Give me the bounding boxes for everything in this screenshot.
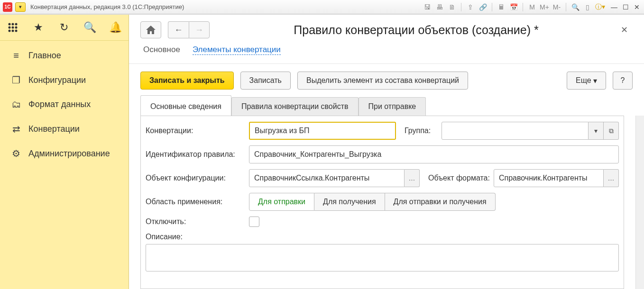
forward-button[interactable]: →: [189, 21, 210, 38]
save-close-button[interactable]: Записать и закрыть: [140, 72, 234, 90]
group-input[interactable]: [442, 122, 589, 140]
notifications-icon[interactable]: 🔔: [109, 20, 123, 35]
sidebar-item-label: Администрирование: [28, 149, 110, 159]
m-icon[interactable]: M: [527, 2, 537, 12]
sidebar-item-administration[interactable]: ⚙ Администрирование: [0, 141, 129, 166]
sidebar-item-data-format[interactable]: 🗂 Формат данных: [0, 92, 129, 117]
stack-icon: ❐: [10, 74, 22, 86]
panel-icon[interactable]: ▯: [582, 2, 593, 12]
app-logo: 1C: [3, 2, 12, 12]
apps-icon[interactable]: [6, 20, 20, 35]
svg-point-6: [9, 30, 11, 32]
list-icon: ≡: [10, 50, 22, 61]
subnav-main[interactable]: Основное: [143, 45, 180, 55]
conversions-input[interactable]: [249, 122, 396, 140]
scope-receive[interactable]: Для получения: [314, 193, 385, 211]
print-icon[interactable]: 🖶: [434, 2, 445, 12]
swap-icon: ⇄: [10, 123, 22, 135]
tab-main-info[interactable]: Основные сведения: [140, 95, 231, 116]
tab-property-rules[interactable]: Правила конвертации свойств: [231, 97, 359, 116]
label-conversions: Конвертации:: [146, 126, 245, 135]
toolbar-icons: 🖫 🖶 🗎 ⇪ 🔗 🖩 📅 M M+ M- 🔍 ▯ ⓘ▾: [422, 2, 605, 12]
calc-icon[interactable]: 🖩: [496, 2, 506, 12]
zoom-icon[interactable]: 🔍: [570, 2, 580, 12]
calendar-icon[interactable]: 📅: [508, 2, 519, 12]
sidebar-item-label: Формат данных: [28, 99, 91, 109]
svg-point-8: [15, 30, 18, 32]
more-button[interactable]: Еще ▾: [567, 72, 606, 90]
svg-point-7: [12, 30, 14, 32]
close-page-button[interactable]: ✕: [616, 23, 633, 37]
m-plus-icon[interactable]: M+: [539, 2, 550, 12]
label-config-object: Объект конфигурации:: [146, 174, 245, 182]
label-rule-id: Идентификатор правила:: [146, 150, 245, 159]
save-icon[interactable]: 🖫: [422, 2, 432, 12]
svg-point-4: [12, 27, 14, 29]
m-minus-icon[interactable]: M-: [552, 2, 562, 12]
minimize-button[interactable]: —: [610, 3, 618, 11]
label-scope: Область применения:: [146, 198, 245, 206]
maximize-button[interactable]: ☐: [621, 3, 630, 11]
gear-icon: ⚙: [10, 148, 22, 159]
svg-point-3: [9, 27, 11, 29]
format-object-select-button[interactable]: …: [604, 169, 619, 187]
info-icon[interactable]: ⓘ▾: [595, 2, 605, 12]
sidebar-item-label: Главное: [28, 51, 61, 61]
titlebar: 1C ▾ Конвертация данных, редакция 3.0 (1…: [0, 0, 644, 14]
favorites-icon[interactable]: ★: [31, 20, 46, 35]
sidebar-item-label: Конвертации: [28, 124, 80, 134]
history-icon[interactable]: ↻: [57, 20, 71, 35]
close-window-button[interactable]: ✕: [633, 3, 641, 11]
group-open-button[interactable]: ⧉: [604, 122, 619, 140]
link-icon[interactable]: 🔗: [478, 2, 488, 12]
subnav-elements[interactable]: Элементы конвертации: [193, 45, 281, 55]
label-description: Описание:: [146, 233, 245, 241]
config-object-select-button[interactable]: …: [405, 169, 420, 187]
rule-id-input[interactable]: [249, 145, 619, 163]
window-title: Конвертация данных, редакция 3.0 (1С:Пре…: [30, 3, 184, 10]
group-dropdown-button[interactable]: ▾: [589, 122, 604, 140]
sidebar-item-conversions[interactable]: ⇄ Конвертации: [0, 117, 129, 141]
extract-button[interactable]: Выделить элемент из состава конвертаций: [297, 72, 468, 90]
label-group: Группа:: [405, 126, 438, 135]
page-title: Правило конвертации объектов (создание) …: [223, 23, 609, 37]
preview-icon[interactable]: 🗎: [447, 2, 457, 12]
sidebar-item-configurations[interactable]: ❐ Конфигурации: [0, 68, 129, 92]
sidebar-item-label: Конфигурации: [28, 75, 86, 85]
tab-on-send[interactable]: При отправке: [359, 97, 426, 116]
home-button[interactable]: [140, 21, 161, 38]
content-area: ← → Правило конвертации объектов (создан…: [129, 15, 644, 289]
label-disable: Отключить:: [146, 217, 245, 226]
folder-icon: 🗂: [10, 99, 22, 110]
format-object-input[interactable]: [494, 169, 604, 187]
disable-checkbox[interactable]: [249, 217, 259, 227]
config-object-input[interactable]: [249, 169, 405, 187]
help-button[interactable]: ?: [613, 72, 633, 90]
description-textarea[interactable]: [146, 244, 619, 271]
search-icon[interactable]: 🔍: [83, 20, 97, 35]
scope-send[interactable]: Для отправки: [249, 193, 314, 211]
pin-button[interactable]: ▾: [15, 2, 26, 12]
svg-point-0: [9, 23, 11, 26]
save-button[interactable]: Записать: [240, 72, 291, 90]
sidebar-item-main[interactable]: ≡ Главное: [0, 44, 129, 68]
svg-point-1: [12, 23, 14, 26]
sidebar: ★ ↻ 🔍 🔔 ≡ Главное ❐ Конфигурации 🗂 Форма…: [0, 15, 129, 289]
label-format-object: Объект формата:: [428, 173, 490, 182]
svg-point-5: [15, 27, 18, 29]
svg-point-2: [15, 23, 18, 26]
compare-icon[interactable]: ⇪: [465, 2, 476, 12]
scope-both[interactable]: Для отправки и получения: [385, 193, 496, 211]
form-area: Конвертации: Группа: ▾ ⧉ Идентификатор п…: [140, 116, 624, 289]
back-button[interactable]: ←: [168, 21, 189, 38]
scrollbar[interactable]: [635, 116, 644, 289]
